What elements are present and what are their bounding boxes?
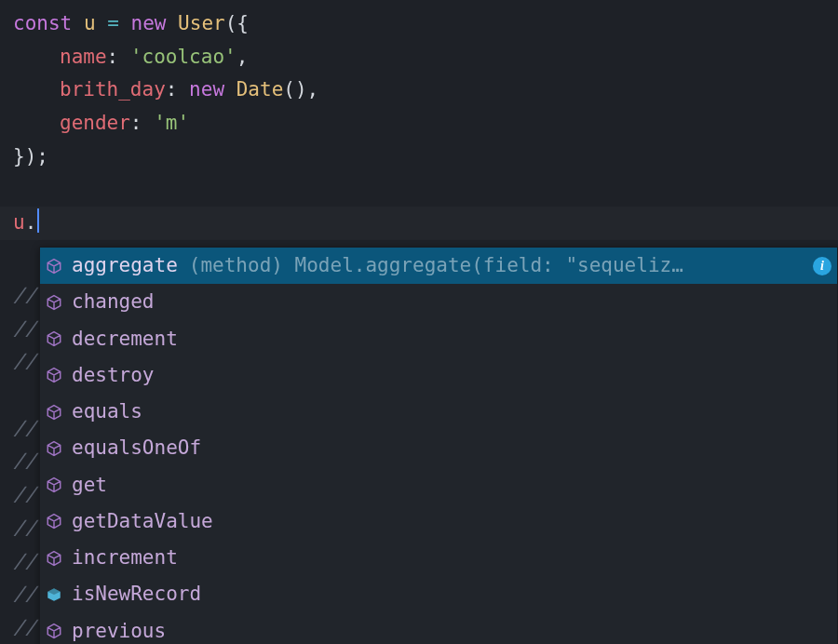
autocomplete-item-get[interactable]: get (40, 467, 837, 503)
class-user: User (178, 12, 225, 34)
code-line: gender: 'm' (13, 107, 825, 141)
method-icon (44, 621, 64, 641)
code-line: brith_day: new Date(), (13, 74, 825, 107)
autocomplete-label: previous (72, 615, 166, 644)
comment-marker: // (13, 517, 36, 539)
code-line: }); (13, 141, 825, 174)
comment-marker: // (13, 317, 36, 340)
keyword-const: const (13, 12, 72, 34)
autocomplete-item-equals[interactable]: equals (40, 394, 837, 430)
method-icon (44, 365, 64, 385)
code-line: const u = new User({ (13, 7, 825, 41)
autocomplete-item-decrement[interactable]: decrement (40, 321, 837, 357)
keyword-new: new (131, 12, 167, 34)
autocomplete-label: aggregate (72, 249, 178, 282)
autocomplete-item-equalsOneOf[interactable]: equalsOneOf (40, 430, 837, 466)
comment-marker: // (13, 483, 36, 505)
autocomplete-label: get (72, 469, 107, 502)
method-icon (44, 511, 64, 531)
field-icon (44, 584, 64, 605)
method-icon (44, 329, 64, 349)
autocomplete-label: changed (72, 286, 155, 318)
prop-name: name (60, 46, 107, 68)
autocomplete-label: equals (72, 396, 142, 428)
code-line: name: 'coolcao', (13, 41, 825, 74)
autocomplete-label: destroy (72, 359, 155, 392)
comment-marker: // (13, 350, 36, 372)
autocomplete-item-previous[interactable]: previous (40, 613, 837, 644)
method-icon (44, 548, 64, 569)
keyword-new2: new (189, 78, 224, 101)
autocomplete-item-increment[interactable]: increment (40, 540, 837, 576)
operator-eq: = (107, 12, 119, 34)
autocomplete-item-getDataValue[interactable]: getDataValue (40, 503, 837, 540)
code-editor[interactable]: const u = new User({ name: 'coolcao', br… (0, 0, 838, 248)
method-icon (44, 256, 64, 276)
autocomplete-item-destroy[interactable]: destroy (40, 357, 837, 394)
string-name: 'coolcao' (130, 46, 237, 68)
code-line-active: u. (0, 207, 838, 240)
method-icon (44, 292, 64, 313)
autocomplete-item-changed[interactable]: changed (40, 284, 837, 320)
autocomplete-hint: (method) Model.aggregate(field: "sequeli… (189, 249, 807, 282)
method-icon (44, 438, 64, 459)
method-icon (44, 402, 64, 423)
comment-marker: // (13, 284, 36, 306)
prop-gender: gender (60, 112, 130, 134)
comment-marker: // (13, 550, 36, 572)
code-line (13, 173, 825, 207)
info-icon[interactable]: i (813, 257, 831, 275)
autocomplete-label: isNewRecord (72, 578, 201, 610)
autocomplete-label: decrement (72, 323, 178, 356)
comment-marker: // (13, 417, 36, 439)
comment-marker: // (13, 449, 36, 472)
autocomplete-label: equalsOneOf (72, 432, 201, 464)
autocomplete-item-isNewRecord[interactable]: isNewRecord (40, 576, 837, 612)
comment-marker: // (13, 583, 36, 605)
class-date: Date (237, 78, 284, 101)
autocomplete-item-aggregate[interactable]: aggregate(method) Model.aggregate(field:… (40, 248, 837, 284)
autocomplete-label: getDataValue (72, 505, 213, 538)
object-u: u (13, 211, 25, 234)
prop-birth: brith_day (60, 78, 166, 101)
autocomplete-label: increment (72, 542, 178, 574)
autocomplete-popup[interactable]: aggregate(method) Model.aggregate(field:… (39, 247, 838, 644)
method-icon (44, 475, 64, 495)
background-code: // // // // // // // // // // (13, 279, 36, 644)
variable-u: u (84, 12, 96, 34)
string-gender: 'm' (154, 112, 189, 134)
text-cursor (37, 208, 39, 233)
comment-marker: // (13, 616, 36, 638)
